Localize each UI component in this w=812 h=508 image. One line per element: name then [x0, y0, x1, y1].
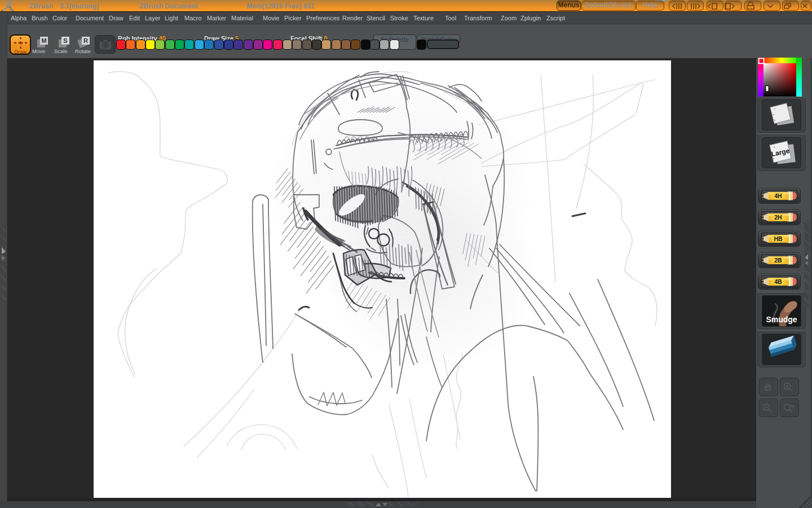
svg-text:4B: 4B	[774, 278, 782, 285]
svg-text:4H: 4H	[774, 192, 782, 199]
svg-text:HB: HB	[774, 235, 783, 242]
svg-text:2B: 2B	[774, 257, 782, 264]
svg-text:2H: 2H	[774, 214, 782, 221]
